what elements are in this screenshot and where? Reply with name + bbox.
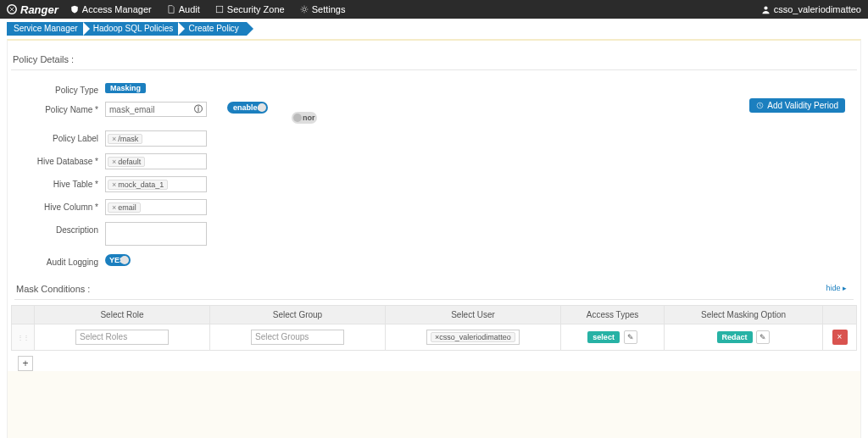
- col-masking-option: Select Masking Option: [665, 306, 823, 324]
- label-hive-column: Hive Column: [8, 199, 105, 212]
- enabled-toggle[interactable]: enabled: [227, 102, 268, 114]
- nav-label: Audit: [179, 4, 200, 14]
- user-icon: [761, 5, 771, 14]
- mask-condition-row: ⋮⋮ Select Roles Select Groups ×csso_vale…: [12, 324, 857, 351]
- section-mask-conditions: Mask Conditions : hide ▸: [14, 279, 854, 300]
- tag-remove-icon[interactable]: ×: [112, 203, 116, 212]
- label-description: Description: [8, 222, 105, 235]
- hide-link[interactable]: hide ▸: [826, 284, 847, 292]
- clock-icon: [756, 102, 764, 109]
- tag-text: /mask: [118, 135, 138, 143]
- delete-row-button[interactable]: ×: [832, 330, 848, 345]
- add-validity-button[interactable]: Add Validity Period: [749, 98, 845, 113]
- toggle-knob: [293, 114, 302, 122]
- toggle-label: nor: [303, 114, 315, 122]
- col-select-role: Select Role: [35, 306, 210, 324]
- breadcrumb-item[interactable]: Service Manager: [7, 22, 86, 36]
- label-policy-label: Policy Label: [8, 130, 105, 143]
- policy-name-field[interactable]: mask_email ⓘ: [105, 102, 207, 117]
- user-name: csso_valeriodimatteo: [774, 4, 861, 14]
- tag-text: email: [118, 203, 136, 212]
- label-policy-type: Policy Type: [8, 82, 105, 95]
- tag-item[interactable]: ×/mask: [108, 134, 142, 144]
- hive-database-field[interactable]: ×default: [105, 153, 207, 169]
- label-hive-table: Hive Table: [8, 176, 105, 189]
- select-role-input[interactable]: Select Roles: [75, 330, 169, 345]
- svg-point-2: [303, 8, 306, 11]
- drag-col-header: [12, 306, 35, 324]
- label-hive-database: Hive Database: [8, 153, 105, 166]
- nav-label: Security Zone: [227, 4, 285, 14]
- tag-remove-icon[interactable]: ×: [112, 180, 116, 189]
- policy-name-value: mask_email: [109, 105, 154, 114]
- breadcrumb-item[interactable]: Create Policy: [178, 22, 246, 36]
- select-group-input[interactable]: Select Groups: [251, 330, 344, 345]
- section-policy-details: Policy Details :: [11, 49, 857, 70]
- breadcrumb-item[interactable]: Hadoop SQL Policies: [83, 22, 181, 36]
- nav-label: Settings: [312, 4, 346, 14]
- label-audit: Audit Logging: [8, 254, 105, 267]
- toggle-knob: [120, 256, 129, 264]
- hive-table-field[interactable]: ×mock_data_1: [105, 176, 207, 192]
- user-tag[interactable]: ×csso_valeriodimatteo: [431, 332, 515, 342]
- brand-text: Ranger: [20, 3, 58, 16]
- tag-text: mock_data_1: [118, 180, 164, 189]
- zone-icon: [215, 5, 224, 14]
- audit-toggle[interactable]: YES: [105, 254, 131, 266]
- description-textarea[interactable]: [105, 222, 207, 246]
- nav-audit[interactable]: Audit: [167, 4, 200, 14]
- tag-text: default: [118, 158, 141, 166]
- drag-handle[interactable]: ⋮⋮: [12, 324, 35, 351]
- shield-icon: [70, 5, 79, 14]
- normal-override-toggle[interactable]: nor: [292, 112, 317, 124]
- policy-type-badge: Masking: [105, 83, 146, 93]
- svg-point-3: [764, 6, 767, 9]
- col-actions: [823, 306, 857, 324]
- select-user-input[interactable]: ×csso_valeriodimatteo: [426, 330, 520, 345]
- tag-item[interactable]: ×default: [108, 157, 145, 167]
- access-type-chip: select: [587, 331, 620, 343]
- edit-mask-button[interactable]: ✎: [756, 330, 770, 344]
- gear-icon: [300, 5, 309, 14]
- info-icon[interactable]: ⓘ: [194, 103, 203, 115]
- toggle-knob: [258, 103, 266, 112]
- user-menu[interactable]: csso_valeriodimatteo: [761, 4, 861, 14]
- tag-item[interactable]: ×email: [108, 202, 141, 213]
- validity-label: Add Validity Period: [767, 101, 838, 110]
- doc-icon: [167, 5, 175, 14]
- nav-label: Access Manager: [82, 4, 152, 14]
- col-select-group: Select Group: [210, 306, 386, 324]
- hive-column-field[interactable]: ×email: [105, 199, 207, 215]
- edit-access-button[interactable]: ✎: [624, 330, 637, 344]
- tag-remove-icon[interactable]: ×: [112, 158, 116, 166]
- col-select-user: Select User: [386, 306, 561, 324]
- ranger-icon: [7, 4, 17, 14]
- col-access-types: Access Types: [561, 306, 665, 324]
- svg-rect-1: [216, 6, 223, 13]
- tag-item[interactable]: ×mock_data_1: [108, 180, 168, 190]
- main-panel: Add Validity Period Policy Details : Pol…: [7, 39, 861, 438]
- add-row-button[interactable]: +: [18, 356, 33, 371]
- masking-option-chip: Redact: [717, 331, 753, 343]
- top-navbar: Ranger Access Manager Audit Security Zon…: [0, 0, 868, 19]
- breadcrumb-bar: Service Manager Hadoop SQL Policies Crea…: [0, 19, 868, 39]
- policy-form: Policy Type Masking Policy Name mask_ema…: [8, 70, 860, 279]
- label-policy-name: Policy Name: [8, 102, 105, 114]
- section-mask-label: Mask Conditions :: [16, 284, 90, 294]
- tag-remove-icon[interactable]: ×: [112, 135, 116, 143]
- nav-settings[interactable]: Settings: [300, 4, 346, 14]
- policy-label-field[interactable]: ×/mask: [105, 130, 207, 147]
- brand-logo: Ranger: [7, 3, 58, 16]
- nav-security-zone[interactable]: Security Zone: [215, 4, 285, 14]
- user-tag-text: csso_valeriodimatteo: [439, 333, 511, 341]
- mask-conditions-table: Select Role Select Group Select User Acc…: [11, 305, 857, 351]
- nav-access-manager[interactable]: Access Manager: [70, 4, 152, 14]
